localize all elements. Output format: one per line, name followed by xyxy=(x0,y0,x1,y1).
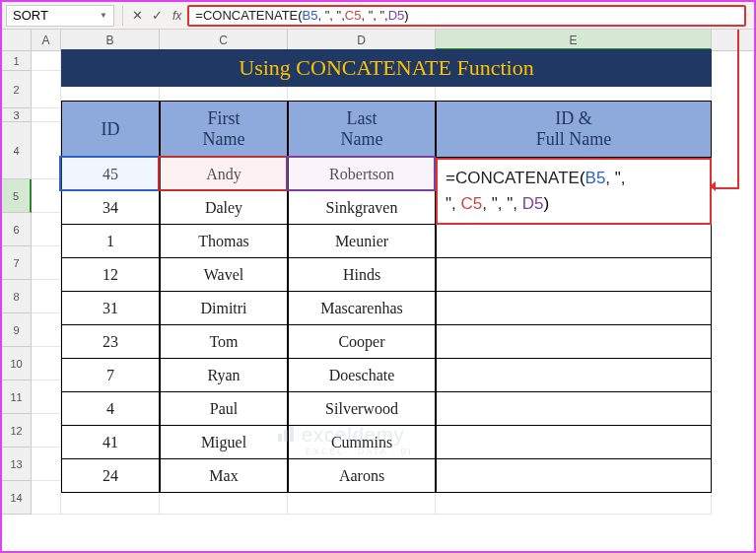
cell-first-name[interactable]: Miguel xyxy=(160,426,288,459)
cell-id[interactable]: 41 xyxy=(61,426,160,459)
row-header-1[interactable]: 1 xyxy=(2,51,32,71)
cell[interactable] xyxy=(32,213,61,246)
column-headers: A B C D E xyxy=(2,30,754,51)
select-all-corner[interactable] xyxy=(2,30,32,50)
row-header-11[interactable]: 11 xyxy=(2,380,32,414)
table-row: 7RyanDoeschate xyxy=(61,359,712,392)
in-cell-formula-overlay[interactable]: =CONCATENATE(B5, ",", C5, ", ", D5) xyxy=(436,158,712,225)
row-header-9[interactable]: 9 xyxy=(2,313,32,347)
separator xyxy=(122,6,123,26)
col-header-A[interactable]: A xyxy=(32,30,61,50)
cell-first-name[interactable]: Thomas xyxy=(160,225,288,258)
cell-first-name[interactable]: Tom xyxy=(160,325,288,359)
cell-last-name[interactable]: Robertson xyxy=(288,158,436,191)
table-row: 4PaulSilverwood xyxy=(61,392,712,426)
row-header-10[interactable]: 10 xyxy=(2,347,32,380)
cell-last-name[interactable]: Hinds xyxy=(288,258,436,292)
callout-arrow-icon xyxy=(737,30,739,189)
name-box[interactable]: SORT ▼ xyxy=(6,5,114,27)
cell-id[interactable]: 31 xyxy=(61,292,160,325)
cell-id-full-name[interactable] xyxy=(436,225,712,258)
cell-id[interactable]: 12 xyxy=(61,258,160,292)
cell[interactable] xyxy=(32,179,61,213)
cell-id-full-name[interactable] xyxy=(436,258,712,292)
cell-last-name[interactable]: Aarons xyxy=(288,459,436,493)
cell-id-full-name[interactable] xyxy=(436,459,712,493)
table-row: 24MaxAarons xyxy=(61,459,712,493)
cell-id-full-name[interactable] xyxy=(436,292,712,325)
cell[interactable] xyxy=(32,51,61,71)
col-header-E[interactable]: E xyxy=(436,30,712,50)
cell-id-full-name[interactable] xyxy=(436,325,712,359)
table-row: 1ThomasMeunier xyxy=(61,225,712,258)
table-row: 12WavelHinds xyxy=(61,258,712,292)
cell[interactable] xyxy=(32,481,61,515)
cell-id[interactable]: 45 xyxy=(61,158,160,191)
cell-first-name[interactable]: Paul xyxy=(160,392,288,426)
cell[interactable] xyxy=(32,71,61,108)
formula-input[interactable]: =CONCATENATE(B5, ", ", C5, ", ", D5) xyxy=(187,5,746,27)
table-header-row: ID First Name Last Name ID & Full Name xyxy=(61,101,712,158)
cell-first-name[interactable]: Wavel xyxy=(160,258,288,292)
header-first-name: First Name xyxy=(160,101,288,158)
cell-first-name[interactable]: Dimitri xyxy=(160,292,288,325)
table-row: 23TomCooper xyxy=(61,325,712,359)
cell-last-name[interactable]: Doeschate xyxy=(288,359,436,392)
table-row: 31DimitriMascarenhas xyxy=(61,292,712,325)
cell-last-name[interactable]: Sinkgraven xyxy=(288,191,436,225)
row-header-6[interactable]: 6 xyxy=(2,213,32,246)
cell-id[interactable]: 24 xyxy=(61,459,160,493)
cell-id[interactable]: 34 xyxy=(61,191,160,225)
cell[interactable] xyxy=(32,280,61,313)
cell-id[interactable]: 7 xyxy=(61,359,160,392)
cell-last-name[interactable]: Cummins xyxy=(288,426,436,459)
cell-id-full-name[interactable] xyxy=(436,392,712,426)
col-header-C[interactable]: C xyxy=(160,30,288,50)
formula-bar: SORT ▼ ✕ ✓ fx =CONCATENATE(B5, ", ", C5,… xyxy=(2,2,754,30)
cell[interactable] xyxy=(32,313,61,347)
cell-id[interactable]: 4 xyxy=(61,392,160,426)
header-last-name: Last Name xyxy=(288,101,436,158)
callout-arrow-icon xyxy=(714,187,739,189)
cell-first-name[interactable]: Ryan xyxy=(160,359,288,392)
row-header-7[interactable]: 7 xyxy=(2,246,32,280)
row-header-5[interactable]: 5 xyxy=(2,179,32,213)
chevron-down-icon[interactable]: ▼ xyxy=(100,11,107,20)
title-banner: Using CONCATENATE Function xyxy=(61,49,712,87)
cell-last-name[interactable]: Mascarenhas xyxy=(288,292,436,325)
cell-last-name[interactable]: Meunier xyxy=(288,225,436,258)
cell[interactable] xyxy=(32,108,61,122)
cell-first-name[interactable]: Andy xyxy=(160,158,288,191)
row-header-4[interactable]: 4 xyxy=(2,122,32,179)
cell[interactable] xyxy=(32,380,61,414)
col-header-D[interactable]: D xyxy=(288,30,436,50)
row-header-8[interactable]: 8 xyxy=(2,280,32,313)
header-id-full-name: ID & Full Name xyxy=(436,101,712,158)
accept-button[interactable]: ✓ xyxy=(147,8,167,23)
row-header-3[interactable]: 3 xyxy=(2,108,32,122)
sheet-area: A B C D E 1 2 3 4 5 6 7 8 9 10 11 12 13 … xyxy=(2,30,754,551)
row-header-12[interactable]: 12 xyxy=(2,414,32,448)
col-header-B[interactable]: B xyxy=(61,30,160,50)
cell-last-name[interactable]: Silverwood xyxy=(288,392,436,426)
header-id: ID xyxy=(61,101,160,158)
cell-id-full-name[interactable] xyxy=(436,359,712,392)
table-row: 41MiguelCummins xyxy=(61,426,712,459)
cell[interactable] xyxy=(32,246,61,280)
row-header-13[interactable]: 13 xyxy=(2,448,32,481)
row-header-14[interactable]: 14 xyxy=(2,481,32,515)
fx-label[interactable]: fx xyxy=(172,9,181,23)
row-header-2[interactable]: 2 xyxy=(2,71,32,108)
cell-id-full-name[interactable] xyxy=(436,426,712,459)
cell[interactable] xyxy=(32,414,61,448)
cell-id[interactable]: 23 xyxy=(61,325,160,359)
cell-id[interactable]: 1 xyxy=(61,225,160,258)
name-box-value: SORT xyxy=(13,8,48,23)
cell-last-name[interactable]: Cooper xyxy=(288,325,436,359)
cell-first-name[interactable]: Daley xyxy=(160,191,288,225)
cell-first-name[interactable]: Max xyxy=(160,459,288,493)
cell[interactable] xyxy=(32,448,61,481)
cell[interactable] xyxy=(32,347,61,380)
cell[interactable] xyxy=(32,122,61,179)
cancel-button[interactable]: ✕ xyxy=(127,8,147,23)
